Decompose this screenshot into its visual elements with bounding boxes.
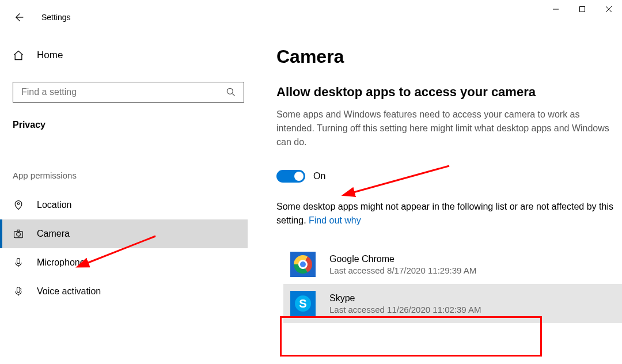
sidebar: Home Privacy App permissions Location: [0, 46, 248, 306]
maximize-button[interactable]: [569, 0, 596, 18]
page-title: Camera: [276, 46, 616, 67]
sidebar-item-label: Home: [37, 50, 63, 61]
svg-line-5: [233, 94, 235, 96]
sidebar-item-home[interactable]: Home: [13, 46, 248, 65]
close-button[interactable]: [596, 0, 622, 18]
svg-rect-11: [17, 287, 20, 293]
setting-note: Some desktop apps might not appear in th…: [276, 200, 616, 227]
location-icon: [13, 199, 24, 211]
microphone-icon: [13, 257, 24, 268]
sidebar-item-label: Microphone: [37, 257, 85, 268]
camera-icon: [13, 228, 24, 240]
chrome-icon: [290, 252, 316, 277]
sidebar-item-label: Camera: [37, 229, 70, 239]
back-button[interactable]: [13, 12, 24, 23]
svg-point-4: [227, 88, 233, 94]
sidebar-item-label: Location: [37, 200, 72, 210]
skype-icon: S: [290, 291, 316, 316]
camera-access-toggle[interactable]: [276, 170, 305, 183]
search-input-container[interactable]: [13, 82, 244, 103]
window-controls: [543, 0, 622, 18]
svg-text:S: S: [299, 297, 306, 310]
svg-rect-9: [17, 259, 20, 264]
svg-rect-1: [580, 7, 585, 12]
svg-point-8: [17, 233, 21, 237]
sidebar-item-location[interactable]: Location: [0, 191, 248, 219]
app-name: Google Chrome: [329, 254, 476, 264]
find-out-why-link[interactable]: Find out why: [309, 215, 361, 225]
section-label-privacy: Privacy: [13, 120, 248, 130]
search-input[interactable]: [20, 86, 225, 98]
app-entry-chrome[interactable]: Google Chrome Last accessed 8/17/2020 11…: [290, 245, 616, 284]
app-name: Skype: [329, 293, 481, 304]
main-content: Camera Allow desktop apps to access your…: [276, 46, 616, 323]
toggle-knob: [294, 172, 304, 181]
app-title: Settings: [41, 13, 71, 22]
sidebar-item-voice-activation[interactable]: Voice activation: [0, 277, 248, 306]
search-icon: [225, 86, 237, 98]
sidebar-item-label: Voice activation: [37, 286, 101, 297]
sidebar-item-camera[interactable]: Camera: [0, 219, 248, 248]
setting-subtitle: Allow desktop apps to access your camera: [276, 85, 616, 100]
app-last-accessed: Last accessed 8/17/2020 11:29:39 AM: [329, 266, 476, 275]
app-last-accessed: Last accessed 11/26/2020 11:02:39 AM: [329, 305, 481, 314]
voice-icon: [13, 286, 24, 297]
sidebar-item-microphone[interactable]: Microphone: [0, 248, 248, 277]
svg-point-6: [17, 203, 19, 204]
home-icon: [13, 50, 24, 61]
toggle-state-label: On: [313, 171, 325, 181]
minimize-button[interactable]: [543, 0, 569, 18]
toggle-row: On: [276, 170, 616, 183]
setting-description: Some apps and Windows features need to a…: [276, 108, 616, 149]
app-entry-skype[interactable]: S Skype Last accessed 11/26/2020 11:02:3…: [283, 284, 622, 323]
group-header-permissions: App permissions: [13, 170, 248, 180]
app-header: Settings: [13, 8, 71, 26]
